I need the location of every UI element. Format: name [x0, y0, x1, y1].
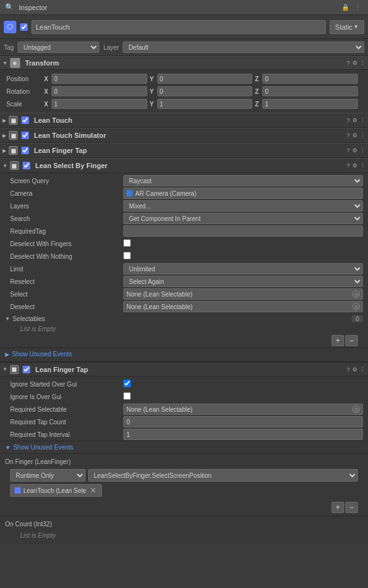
limit-select[interactable]: Unlimited	[123, 263, 363, 274]
lean-touch-sim-checkbox[interactable]	[21, 132, 29, 139]
search-row: Search Get Component In Parent	[0, 212, 368, 225]
deselect-ref-btn[interactable]: ◎	[352, 303, 360, 310]
lean-touch-settings[interactable]: ⚙	[352, 117, 357, 123]
position-x[interactable]	[52, 74, 147, 84]
object-icon: ⬡	[4, 21, 16, 33]
required-tap-interval-input[interactable]	[123, 429, 363, 440]
on-finger-event-row: Runtime Only LeanSelectByFinger.SelectSc…	[5, 468, 363, 483]
position-z[interactable]	[262, 74, 358, 84]
lean-finger-tap-exp-title: Lean Finger Tap	[35, 366, 344, 373]
lean-touch-help[interactable]: ?	[347, 117, 350, 123]
scale-x[interactable]	[52, 99, 147, 109]
lean-touch-header[interactable]: ▶ ◼ Lean Touch ? ⚙ ⋮	[0, 113, 368, 128]
rotation-x[interactable]	[52, 86, 147, 96]
on-count-section: On Count (Int32) List is Empty	[0, 516, 368, 543]
lean-finger-tap-exp-more[interactable]: ⋮	[360, 366, 365, 373]
screen-query-select[interactable]: Raycast	[123, 175, 363, 186]
object-name-input[interactable]	[31, 20, 326, 34]
event-action-select[interactable]: LeanSelectByFinger.SelectScreenPosition	[88, 469, 358, 482]
lean-finger-tap-checkbox[interactable]	[21, 147, 29, 154]
position-y[interactable]	[157, 74, 253, 84]
lean-finger-tap-exp-checkbox[interactable]	[23, 366, 30, 373]
deselect-object-ref[interactable]: None (Lean Selectable) ◎	[123, 301, 363, 312]
lock-icon[interactable]: 🔒	[340, 3, 350, 13]
selectables-add-btn[interactable]: +	[332, 335, 344, 346]
lean-finger-tap-expanded-header[interactable]: ▼ ◼ Lean Finger Tap ? ⚙ ⋮	[0, 361, 368, 376]
tag-select[interactable]: Untagged	[18, 42, 99, 53]
menu-icon[interactable]: ⋮	[353, 3, 363, 13]
selectables-fold-arrow: ▼	[5, 316, 10, 322]
lean-finger-tap-settings[interactable]: ⚙	[352, 147, 357, 154]
layers-select[interactable]: Mixed...	[123, 200, 363, 212]
deselect-label: Deselect	[10, 303, 123, 310]
layer-select[interactable]: Default	[123, 42, 364, 53]
search-select[interactable]: Get Component In Parent	[123, 213, 363, 224]
lean-select-help[interactable]: ?	[347, 162, 350, 169]
selectables-remove-btn[interactable]: −	[345, 335, 358, 346]
required-selectable-btn[interactable]: ◎	[352, 405, 360, 413]
rotation-z[interactable]	[262, 86, 358, 96]
layer-label: Layer	[103, 44, 119, 51]
transform-section-icons: ? ⚙ ⋮	[347, 60, 365, 66]
lean-finger-tap-exp-help[interactable]: ?	[347, 366, 350, 373]
lean-finger-tap-more[interactable]: ⋮	[360, 147, 365, 154]
lean-select-header[interactable]: ▼ ◼ Lean Select By Finger ? ⚙ ⋮	[0, 158, 368, 173]
lean-touch-sim-help[interactable]: ?	[347, 132, 350, 139]
deselect-nothing-checkbox[interactable]	[123, 252, 131, 259]
tag-label: Tag	[4, 44, 14, 51]
lean-touch-sim-settings[interactable]: ⚙	[352, 132, 357, 139]
ignore-over-checkbox[interactable]	[123, 392, 131, 400]
lean-finger-tap-events-arrow: ▼	[5, 444, 11, 451]
on-finger-add-btn[interactable]: +	[332, 502, 344, 513]
selectables-header-row: ▼ Selectables 0	[5, 314, 363, 324]
lean-finger-tap-header[interactable]: ▶ ◼ Lean Finger Tap ? ⚙ ⋮	[0, 143, 368, 158]
transform-section-header[interactable]: ▼ ⊕ Transform ? ⚙ ⋮	[0, 56, 368, 70]
select-ref-btn[interactable]: ◎	[352, 290, 360, 298]
ignore-started-checkbox[interactable]	[123, 380, 131, 387]
transform-settings-btn[interactable]: ⚙	[352, 60, 357, 66]
title-bar: 🔍 Inspector 🔒 ⋮	[0, 0, 368, 15]
rotation-y[interactable]	[157, 86, 253, 96]
scale-y[interactable]	[157, 99, 253, 109]
lean-select-box-icon: ◼	[10, 161, 19, 170]
lean-finger-tap-help[interactable]: ?	[347, 147, 350, 154]
lean-select-show-events[interactable]: ▶ Show Unused Events	[0, 348, 368, 360]
runtime-select[interactable]: Runtime Only	[10, 469, 86, 482]
reselect-row: Reselect Select Again	[0, 275, 368, 288]
object-active-checkbox[interactable]	[20, 23, 28, 31]
lean-finger-tap-title: Lean Finger Tap	[34, 147, 344, 154]
static-button[interactable]: Static ▼	[330, 20, 364, 34]
event-object-remove-btn[interactable]: ✕	[89, 486, 98, 495]
layers-row: Layers Mixed...	[0, 200, 368, 212]
lean-touch-title: Lean Touch	[34, 116, 344, 124]
lean-touch-sim-more[interactable]: ⋮	[360, 132, 365, 139]
selectables-add-remove: + −	[5, 334, 363, 348]
selectables-empty: List is Empty	[5, 324, 363, 334]
scale-z[interactable]	[262, 99, 358, 109]
camera-value[interactable]: AR Camera (Camera)	[123, 188, 363, 199]
required-tap-count-input[interactable]	[123, 416, 363, 427]
lean-select-settings[interactable]: ⚙	[352, 162, 357, 169]
lean-touch-sim-header[interactable]: ▶ ◼ Lean Touch Simulator ? ⚙ ⋮	[0, 128, 368, 143]
lean-touch-more[interactable]: ⋮	[360, 117, 365, 123]
required-selectable-label: Required Selectable	[10, 406, 123, 413]
lean-select-checkbox[interactable]	[23, 162, 30, 169]
required-tag-input[interactable]	[123, 225, 363, 237]
on-finger-remove-btn[interactable]: −	[345, 502, 358, 513]
required-selectable-ref[interactable]: None (Lean Selectable) ◎	[123, 404, 363, 415]
lean-finger-tap-show-events[interactable]: ▼ Show Unused Events	[0, 441, 368, 453]
transform-help-btn[interactable]: ?	[347, 60, 350, 66]
limit-row: Limit Unlimited	[0, 263, 368, 275]
required-tap-interval-row: Required Tap Interval	[0, 428, 368, 441]
deselect-fingers-checkbox[interactable]	[123, 239, 131, 247]
select-object-ref[interactable]: None (Lean Selectable) ◎	[123, 288, 363, 300]
lean-finger-tap-exp-settings[interactable]: ⚙	[352, 366, 357, 373]
required-selectable-row: Required Selectable None (Lean Selectabl…	[0, 403, 368, 416]
transform-more-btn[interactable]: ⋮	[360, 60, 365, 66]
camera-label: Camera	[10, 190, 123, 197]
lean-select-more[interactable]: ⋮	[360, 162, 365, 169]
lean-touch-checkbox[interactable]	[21, 116, 29, 124]
title-bar-icons: 🔒 ⋮	[340, 3, 363, 13]
camera-text: AR Camera (Camera)	[135, 190, 196, 197]
reselect-select[interactable]: Select Again	[123, 276, 363, 287]
